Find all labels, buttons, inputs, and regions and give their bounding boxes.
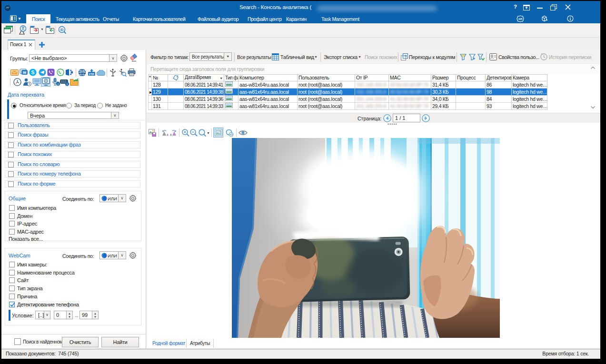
svg-text:i: i [58, 82, 59, 86]
svg-text:ID: ID [60, 28, 64, 31]
svg-text:IM: IM [23, 71, 26, 74]
svg-text:S: S [31, 69, 34, 75]
svg-text:HTTP: HTTP [79, 71, 85, 74]
svg-text:FTP: FTP [89, 73, 94, 76]
svg-text:API: API [518, 18, 523, 20]
svg-text:i: i [67, 82, 68, 86]
